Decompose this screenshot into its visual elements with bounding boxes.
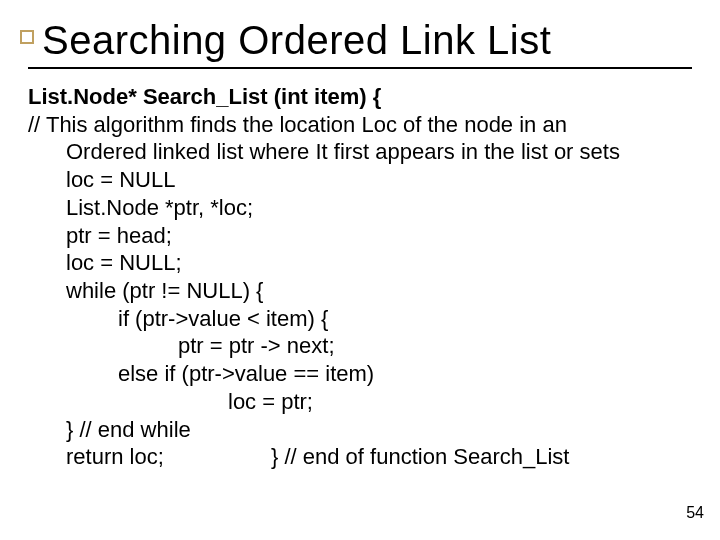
code-comment-2: Ordered linked list where It first appea… bbox=[28, 138, 692, 166]
code-end-fn: } // end of function Search_List bbox=[271, 443, 692, 471]
code-comment-3: loc = NULL bbox=[28, 166, 692, 194]
code-elseif: else if (ptr->value == item) bbox=[28, 360, 692, 388]
code-comment-1: // This algorithm finds the location Loc… bbox=[28, 111, 692, 139]
code-loc-init: loc = NULL; bbox=[28, 249, 692, 277]
accent-square bbox=[20, 30, 34, 44]
code-ptr-init: ptr = head; bbox=[28, 222, 692, 250]
code-while-open: while (ptr != NULL) { bbox=[28, 277, 692, 305]
code-decl: List.Node *ptr, *loc; bbox=[28, 194, 692, 222]
code-ptr-next: ptr = ptr -> next; bbox=[28, 332, 692, 360]
slide-body: List.Node* Search_List (int item) { // T… bbox=[28, 83, 692, 471]
code-if-cond: if (ptr->value < item) { bbox=[28, 305, 692, 333]
code-return: return loc; bbox=[28, 443, 271, 471]
page-number: 54 bbox=[686, 504, 704, 522]
slide-title: Searching Ordered Link List bbox=[42, 18, 692, 63]
code-loc-assign: loc = ptr; bbox=[28, 388, 692, 416]
title-rule bbox=[28, 67, 692, 69]
code-end-while: } // end while bbox=[28, 416, 692, 444]
code-signature: List.Node* Search_List (int item) { bbox=[28, 83, 692, 111]
